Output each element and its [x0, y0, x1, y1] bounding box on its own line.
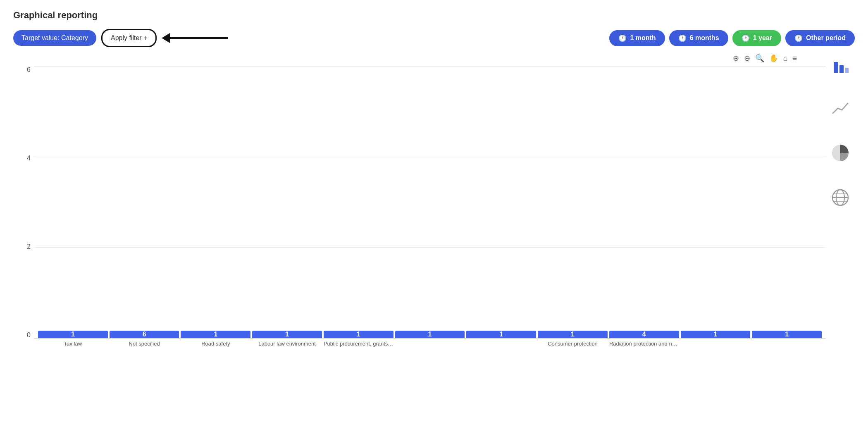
svg-rect-1 — [839, 65, 844, 73]
magnify-icon[interactable]: 🔍 — [755, 54, 764, 63]
home-icon[interactable]: ⌂ — [783, 54, 788, 63]
chart-main: ⊕ ⊖ 🔍 ✋ ⌂ ≡ 6 4 2 0 — [13, 54, 826, 355]
x-labels: Tax law Not specified Road safety Labour… — [34, 339, 826, 355]
x-label-taxlaw: Tax law — [38, 341, 108, 347]
x-label-radiation: Radiation protection and nuclear safety — [609, 341, 679, 347]
bar-group-procurement1: 1 — [324, 331, 393, 338]
bar-consumer: 1 — [538, 331, 608, 338]
bar-label-procurement1: 1 — [357, 331, 360, 338]
zoom-out-icon[interactable]: ⊖ — [744, 54, 750, 63]
svg-rect-2 — [845, 68, 849, 73]
y-label-2: 2 — [27, 243, 31, 250]
bar-radiation3: 1 — [752, 331, 822, 338]
period-6months-button[interactable]: 🕐 6 months — [669, 30, 728, 46]
period-buttons: 🕐 1 month 🕐 6 months 🕐 1 year 🕐 Other pe… — [609, 30, 855, 46]
y-axis: 6 4 2 0 — [13, 66, 34, 355]
bar-notspecified: 6 — [110, 331, 179, 338]
clock-icon-1month: 🕐 — [618, 34, 627, 42]
globe-view-icon[interactable] — [831, 188, 849, 208]
bar-label-radiation3: 1 — [785, 331, 789, 338]
bar-label-roadsafety: 1 — [214, 331, 217, 338]
chart-plot: 1 6 1 — [34, 66, 826, 339]
top-bar-left: Target value: Category Apply filter + — [13, 29, 228, 47]
pan-icon[interactable]: ✋ — [769, 54, 778, 63]
bar-group-radiation2: 1 — [681, 331, 751, 338]
x-label-roadsafety: Road safety — [181, 341, 250, 347]
arrow-line — [170, 37, 228, 39]
y-label-6: 6 — [27, 66, 31, 74]
bar-label-radiation: 4 — [642, 331, 646, 338]
chart-sidebar — [826, 54, 855, 355]
bar-label-radiation2: 1 — [714, 331, 718, 338]
bar-group-notspecified: 6 — [110, 331, 179, 338]
bar-group-radiation: 4 — [609, 331, 679, 338]
bar-procurement3: 1 — [466, 331, 536, 338]
x-label-consumer: Consumer protection — [538, 341, 608, 347]
bar-radiation: 4 — [609, 331, 679, 338]
x-label-procurement: Public procurement, grants & aid — [324, 341, 393, 347]
bar-chart-view-icon[interactable] — [832, 58, 849, 76]
arrow-indicator — [162, 33, 228, 43]
period-1year-button[interactable]: 🕐 1 year — [732, 30, 781, 46]
clock-icon-6months: 🕐 — [678, 34, 687, 42]
bar-group-radiation3: 1 — [752, 331, 822, 338]
bar-procurement2: 1 — [395, 331, 465, 338]
bar-label-consumer: 1 — [571, 331, 575, 338]
period-1month-button[interactable]: 🕐 1 month — [609, 30, 665, 46]
period-1month-label: 1 month — [630, 34, 656, 42]
chart-and-sidebar: ⊕ ⊖ 🔍 ✋ ⌂ ≡ 6 4 2 0 — [13, 54, 855, 355]
bar-roadsafety: 1 — [181, 331, 250, 338]
bar-taxlaw: 1 — [38, 331, 108, 338]
bar-group-roadsafety: 1 — [181, 331, 250, 338]
top-bar: Target value: Category Apply filter + 🕐 … — [13, 29, 855, 47]
bar-chart: 6 4 2 0 1 — [13, 66, 826, 355]
bar-label-labourlaw: 1 — [285, 331, 289, 338]
apply-filter-button[interactable]: Apply filter + — [101, 29, 157, 47]
bar-group-procurement3: 1 — [466, 331, 536, 338]
category-button[interactable]: Target value: Category — [13, 30, 96, 46]
y-label-4: 4 — [27, 155, 31, 162]
bar-label-procurement2: 1 — [428, 331, 432, 338]
menu-icon[interactable]: ≡ — [792, 54, 797, 63]
arrow-head-icon — [162, 33, 170, 43]
y-label-0: 0 — [27, 331, 31, 339]
bar-group-consumer: 1 — [538, 331, 608, 338]
zoom-in-icon[interactable]: ⊕ — [733, 54, 739, 63]
bar-group-labourlaw: 1 — [252, 331, 322, 338]
line-chart-view-icon[interactable] — [832, 101, 849, 119]
clock-icon-other: 🕐 — [794, 34, 803, 42]
period-6months-label: 6 months — [690, 34, 719, 42]
chart-toolbar: ⊕ ⊖ 🔍 ✋ ⌂ ≡ — [13, 54, 826, 63]
x-label-labourlaw: Labour law environment — [252, 341, 322, 347]
svg-rect-0 — [834, 62, 838, 73]
page-title: Graphical reporting — [13, 10, 855, 21]
bar-labourlaw: 1 — [252, 331, 322, 338]
bar-procurement1: 1 — [324, 331, 393, 338]
clock-icon-1year: 🕐 — [742, 34, 750, 42]
x-label-notspecified: Not specified — [110, 341, 179, 347]
period-other-label: Other period — [806, 34, 846, 42]
bar-group-taxlaw: 1 — [38, 331, 108, 338]
period-1year-label: 1 year — [753, 34, 772, 42]
bar-label-procurement3: 1 — [499, 331, 503, 338]
page: Graphical reporting Target value: Catego… — [0, 0, 868, 434]
period-other-button[interactable]: 🕐 Other period — [785, 30, 855, 46]
apply-filter-wrapper: Apply filter + — [101, 29, 157, 47]
bar-radiation2: 1 — [681, 331, 751, 338]
pie-chart-view-icon[interactable] — [831, 144, 849, 164]
bars-area: 1 6 1 — [34, 66, 826, 338]
bar-label-notspecified: 6 — [143, 331, 146, 338]
bar-group-procurement2: 1 — [395, 331, 465, 338]
bar-label-taxlaw: 1 — [71, 331, 75, 338]
